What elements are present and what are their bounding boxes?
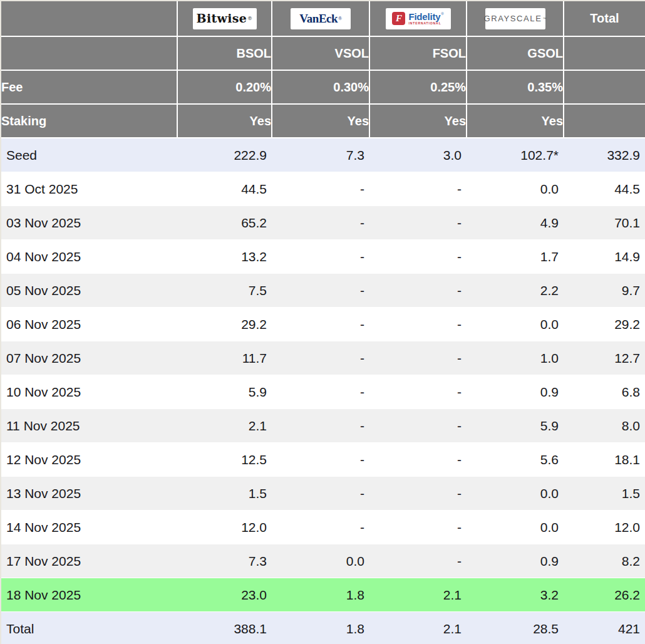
cell-value: 102.7* (467, 138, 564, 172)
row-label: 04 Nov 2025 (1, 240, 177, 274)
row-label: 13 Nov 2025 (1, 477, 177, 511)
vaneck-logo-icon: VanEck® (291, 8, 351, 29)
cell-value: 26.2 (564, 578, 645, 612)
cell-value: 4.9 (467, 206, 564, 240)
grayscale-logo-cell: GRAYSCALE™ (467, 1, 564, 36)
table-row: 03 Nov 202565.2--4.970.1 (1, 206, 645, 240)
cell-value: - (369, 274, 467, 308)
cell-value: 12.5 (177, 443, 272, 477)
cell-value: 3.2 (467, 578, 564, 612)
fee-gsol: 0.35% (467, 70, 564, 104)
cell-value: 11.7 (177, 341, 272, 375)
cell-value: 12.0 (177, 511, 272, 544)
table-row: 04 Nov 202513.2--1.714.9 (1, 240, 645, 274)
table-row: 11 Nov 20252.1--5.98.0 (1, 409, 645, 443)
cell-value: 421 (564, 612, 645, 644)
cell-value: 9.7 (564, 274, 645, 308)
cell-value: 1.0 (467, 341, 564, 375)
cell-value: 12.7 (564, 341, 645, 375)
cell-value: 222.9 (177, 138, 272, 172)
trademark-mark: ™ (542, 17, 546, 21)
cell-value: 1.5 (564, 477, 645, 511)
cell-value: 2.1 (177, 409, 272, 443)
cell-value: 0.0 (272, 544, 369, 578)
registered-mark: ® (247, 16, 252, 21)
fee-row-label: Fee (1, 70, 177, 104)
cell-value: - (369, 308, 467, 341)
ticker-bsol: BSOL (177, 36, 272, 70)
cell-value: 0.9 (467, 375, 564, 409)
cell-value: - (369, 477, 467, 511)
cell-value: 8.0 (564, 409, 645, 443)
vaneck-logo-cell: VanEck® (272, 1, 369, 36)
table-row: 10 Nov 20255.9--0.96.8 (1, 375, 645, 409)
cell-value: 13.2 (177, 240, 272, 274)
cell-value: 0.0 (467, 172, 564, 206)
cell-value: 44.5 (564, 172, 645, 206)
cell-value: - (369, 511, 467, 544)
cell-value: 7.5 (177, 274, 272, 308)
cell-value: - (272, 511, 369, 544)
table-row: 14 Nov 202512.0--0.012.0 (1, 511, 645, 544)
row-label: 18 Nov 2025 (1, 578, 177, 612)
table-row: Total388.11.82.128.5421 (1, 612, 645, 644)
row-label: Seed (1, 138, 177, 172)
staking-row-label: Staking (1, 104, 177, 138)
table-row: 13 Nov 20251.5--0.01.5 (1, 477, 645, 511)
table-row: 17 Nov 20257.30.0-0.98.2 (1, 544, 645, 578)
table-row: 06 Nov 202529.2--0.029.2 (1, 308, 645, 341)
cell-value: 6.8 (564, 375, 645, 409)
cell-value: 14.9 (564, 240, 645, 274)
staking-fsol: Yes (369, 104, 467, 138)
cell-value: 5.6 (467, 443, 564, 477)
fee-vsol: 0.30% (272, 70, 369, 104)
cell-value: - (272, 274, 369, 308)
cell-value: 12.0 (564, 511, 645, 544)
ticker-vsol: VSOL (272, 36, 369, 70)
row-label: 17 Nov 2025 (1, 544, 177, 578)
cell-value: 29.2 (564, 308, 645, 341)
cell-value: 29.2 (177, 308, 272, 341)
grayscale-logo-icon: GRAYSCALE™ (485, 8, 545, 29)
cell-value: 0.9 (467, 544, 564, 578)
cell-value: 44.5 (177, 172, 272, 206)
cell-value: 3.0 (369, 138, 467, 172)
cell-value: 2.1 (369, 578, 467, 612)
cell-value: 0.0 (467, 477, 564, 511)
cell-value: 1.8 (272, 612, 369, 644)
cell-value: - (369, 341, 467, 375)
cell-value: - (369, 172, 467, 206)
cell-value: 18.1 (564, 443, 645, 477)
cell-value: - (272, 375, 369, 409)
ticker-gsol: GSOL (467, 36, 564, 70)
cell-value: 2.1 (369, 612, 467, 644)
row-label: 06 Nov 2025 (1, 308, 177, 341)
table-row: 05 Nov 20257.5--2.29.7 (1, 274, 645, 308)
cell-value: 8.2 (564, 544, 645, 578)
cell-value: 65.2 (177, 206, 272, 240)
cell-value: - (272, 409, 369, 443)
fidelity-logo-text: Fidelity (408, 11, 440, 22)
cell-value: 28.5 (467, 612, 564, 644)
row-label: 14 Nov 2025 (1, 511, 177, 544)
cell-value: - (272, 240, 369, 274)
cell-value: - (369, 443, 467, 477)
cell-value: 23.0 (177, 578, 272, 612)
cell-value: 5.9 (467, 409, 564, 443)
fee-bsol: 0.20% (177, 70, 272, 104)
etf-flows-table: Bitwise® VanEck® F Fidelity® INTERNATION… (0, 0, 645, 644)
staking-vsol: Yes (272, 104, 369, 138)
fee-fsol: 0.25% (369, 70, 467, 104)
table-row: 07 Nov 202511.7--1.012.7 (1, 341, 645, 375)
fidelity-logo-icon: F Fidelity® INTERNATIONAL (386, 8, 451, 29)
staking-gsol: Yes (467, 104, 564, 138)
cell-value: 5.9 (177, 375, 272, 409)
cell-value: - (272, 443, 369, 477)
grayscale-logo-text: GRAYSCALE (484, 14, 542, 23)
table-row: 12 Nov 202512.5--5.618.1 (1, 443, 645, 477)
table-row: 31 Oct 202544.5--0.044.5 (1, 172, 645, 206)
row-label: 12 Nov 2025 (1, 443, 177, 477)
staking-bsol: Yes (177, 104, 272, 138)
bitwise-logo-text: Bitwise (197, 13, 247, 24)
row-label: Total (1, 612, 177, 644)
